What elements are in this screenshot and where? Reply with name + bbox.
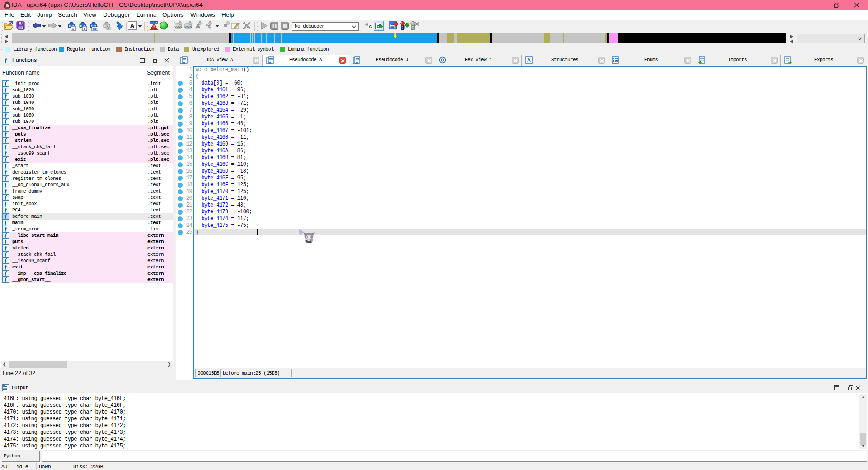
svg-text:A: A bbox=[130, 22, 134, 29]
svg-text:c: c bbox=[369, 24, 372, 29]
svg-text:T: T bbox=[83, 27, 86, 31]
svg-text:CODE: CODE bbox=[175, 25, 182, 28]
svg-text:DATA: DATA bbox=[185, 25, 192, 28]
svg-text:#: # bbox=[72, 27, 74, 31]
svg-text:101: 101 bbox=[92, 27, 98, 31]
